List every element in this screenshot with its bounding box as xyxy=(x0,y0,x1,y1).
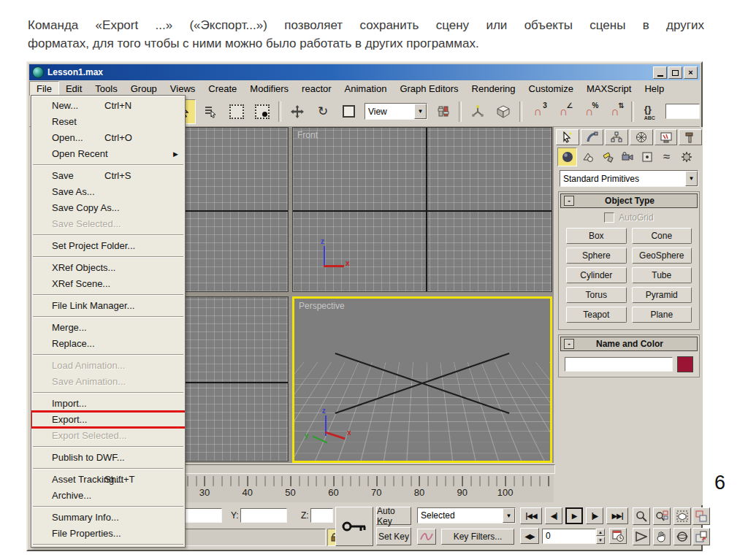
arc-rotate-button[interactable] xyxy=(673,528,691,545)
menubar-item-help[interactable]: Help xyxy=(638,82,671,96)
create-box-button[interactable]: Box xyxy=(566,228,627,244)
toolbar-button-cube[interactable] xyxy=(492,100,514,123)
menubar-item-file[interactable]: File xyxy=(29,81,59,96)
tab-hierarchy[interactable] xyxy=(605,129,628,145)
play-button[interactable]: ▶ xyxy=(565,507,583,524)
tab-display[interactable] xyxy=(654,129,678,145)
zoom-all-button[interactable] xyxy=(653,507,671,525)
select-and-manipulate-button[interactable] xyxy=(432,100,454,123)
set-key-button[interactable]: Set Key xyxy=(376,527,411,545)
tab-modify[interactable] xyxy=(581,129,604,145)
close-button[interactable]: × xyxy=(684,66,698,79)
select-by-name-button[interactable] xyxy=(200,100,221,123)
viewport-front[interactable]: Front z x xyxy=(292,127,552,292)
auto-key-button[interactable]: Auto Key xyxy=(376,507,411,525)
file-menu-item-save[interactable]: SaveCtrl+S xyxy=(31,168,185,184)
menubar-item-graph-editors[interactable]: Graph Editors xyxy=(393,82,465,96)
set-key-toggle-button[interactable] xyxy=(335,507,373,546)
file-menu-item-open-recent[interactable]: Open Recent▶ xyxy=(31,146,185,162)
category-helpers-button[interactable] xyxy=(638,148,656,166)
snap-toggle-3d-button[interactable]: ∩3 xyxy=(527,100,549,123)
field-of-view-button[interactable] xyxy=(633,528,650,545)
file-menu-item-save-selected[interactable]: Save Selected... xyxy=(31,216,185,232)
spinner-snap-toggle-button[interactable]: ∩⇅ xyxy=(604,100,625,123)
object-name-input[interactable] xyxy=(565,357,673,372)
restore-button[interactable] xyxy=(668,66,682,79)
create-tube-button[interactable]: Tube xyxy=(632,267,692,283)
min-max-toggle-button[interactable] xyxy=(692,528,710,545)
file-menu-item-import[interactable]: Import... xyxy=(31,396,185,412)
tab-utilities[interactable] xyxy=(679,129,702,145)
create-pyramid-button[interactable]: Pyramid xyxy=(632,287,692,303)
select-and-scale-button[interactable] xyxy=(338,100,359,123)
key-mode-toggle-button[interactable]: ◀▶ xyxy=(520,528,539,544)
file-menu-item-asset-tracking[interactable]: Asset Tracking...Shift+T xyxy=(31,472,185,488)
create-geosphere-button[interactable]: GeoSphere xyxy=(632,248,692,264)
pan-button[interactable] xyxy=(653,528,671,545)
file-menu-item-file-link-manager[interactable]: File Link Manager... xyxy=(31,298,185,314)
frame-spinner[interactable]: ▲ ▼ xyxy=(596,529,605,544)
category-spacewarps-button[interactable]: ≈ xyxy=(657,148,676,166)
file-menu-item-set-project-folder[interactable]: Set Project Folder... xyxy=(31,238,185,254)
menubar-item-edit[interactable]: Edit xyxy=(59,82,88,96)
file-menu-item-file-properties[interactable]: File Properties... xyxy=(31,526,185,542)
file-menu-item-open[interactable]: Open...Ctrl+O xyxy=(31,130,185,146)
file-menu-item-export-selected[interactable]: Export Selected... xyxy=(31,428,185,444)
toolbar-button-jack[interactable] xyxy=(467,100,488,123)
file-menu-item-new[interactable]: New...Ctrl+N xyxy=(31,98,185,114)
spinner-up-icon[interactable]: ▲ xyxy=(596,529,605,536)
time-configuration-button[interactable] xyxy=(609,528,627,544)
create-teapot-button[interactable]: Teapot xyxy=(566,307,627,323)
go-to-start-button[interactable]: |◀◀ xyxy=(520,507,542,524)
menubar-item-group[interactable]: Group xyxy=(124,82,164,96)
go-to-end-button[interactable]: ▶▶| xyxy=(606,507,628,524)
create-cone-button[interactable]: Cone xyxy=(632,228,692,244)
named-selection-sets-button[interactable]: {}ABC xyxy=(639,100,660,123)
select-and-move-button[interactable] xyxy=(286,100,308,123)
autogrid-checkbox[interactable] xyxy=(604,212,614,223)
next-frame-button[interactable]: |▶ xyxy=(586,507,603,524)
menubar-item-modifiers[interactable]: Modifiers xyxy=(243,82,295,96)
zoom-extents-button[interactable] xyxy=(673,507,691,525)
angle-snap-toggle-button[interactable]: ∩∠ xyxy=(553,100,574,123)
file-menu-item-save-as[interactable]: Save As... xyxy=(31,184,185,200)
menubar-item-views[interactable]: Views xyxy=(164,82,202,96)
minimize-button[interactable] xyxy=(653,66,667,79)
menubar-item-customize[interactable]: Customize xyxy=(522,82,580,96)
dropdown-arrow-icon[interactable]: ▼ xyxy=(414,104,427,119)
file-menu-item-summary-info[interactable]: Summary Info... xyxy=(31,510,185,526)
window-crossing-selection-button[interactable] xyxy=(252,100,273,123)
file-menu-item-load-animation[interactable]: Load Animation... xyxy=(31,358,185,374)
key-filters-button[interactable]: Key Filters... xyxy=(441,529,514,545)
tab-motion[interactable] xyxy=(630,129,653,145)
object-color-swatch[interactable] xyxy=(677,356,693,372)
create-plane-button[interactable]: Plane xyxy=(632,307,692,323)
y-coordinate-field[interactable] xyxy=(240,508,287,523)
menubar-item-animation[interactable]: Animation xyxy=(338,82,394,96)
percent-snap-toggle-button[interactable]: ∩% xyxy=(579,100,600,123)
tab-create[interactable] xyxy=(556,129,579,145)
file-menu-item-save-animation[interactable]: Save Animation... xyxy=(31,374,185,390)
selection-set-dropdown[interactable]: Selected ▼ xyxy=(417,507,516,523)
file-menu-item-reset[interactable]: Reset xyxy=(31,114,185,130)
category-shapes-button[interactable] xyxy=(579,148,597,166)
name-color-rollout-header[interactable]: - Name and Color xyxy=(560,337,698,351)
category-lights-button[interactable] xyxy=(598,148,617,166)
create-torus-button[interactable]: Torus xyxy=(566,287,627,303)
menubar-item-reactor[interactable]: reactor xyxy=(295,82,337,96)
zoom-extents-all-button[interactable] xyxy=(692,507,710,525)
menubar-item-tools[interactable]: Tools xyxy=(88,82,123,96)
file-menu-item-publish-to-dwf[interactable]: Publish to DWF... xyxy=(31,450,185,466)
dropdown-arrow-icon[interactable]: ▼ xyxy=(503,508,515,523)
file-menu-item-xref-scene[interactable]: XRef Scene... xyxy=(31,276,185,292)
file-menu-item-replace[interactable]: Replace... xyxy=(31,336,185,352)
file-menu-item-merge[interactable]: Merge... xyxy=(31,320,185,336)
z-coordinate-field[interactable] xyxy=(310,508,333,523)
zoom-button[interactable] xyxy=(633,507,650,525)
menubar-item-create[interactable]: Create xyxy=(202,82,243,96)
reference-coordinate-dropdown[interactable]: View ▼ xyxy=(365,103,427,120)
category-dropdown[interactable]: Standard Primitives ▼ xyxy=(560,170,698,187)
select-and-rotate-button[interactable]: ↻ xyxy=(312,100,333,123)
file-menu-item-archive[interactable]: Archive... xyxy=(31,488,185,504)
object-type-rollout-header[interactable]: - Object Type xyxy=(560,193,698,208)
